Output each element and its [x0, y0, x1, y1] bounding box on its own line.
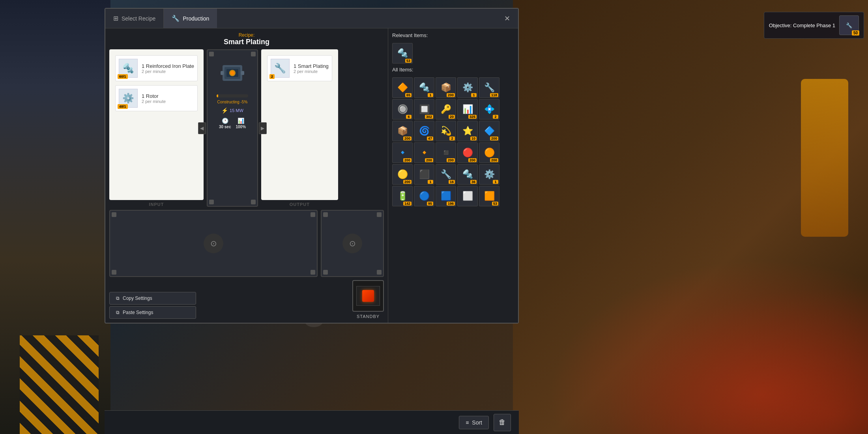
output-smart-plating[interactable]: 🔧 2 1 Smart Plating 2 per minute	[267, 55, 332, 81]
power-icon: ⚡	[221, 107, 228, 114]
paste-settings-button[interactable]: ⧉ Paste Settings	[109, 306, 196, 319]
inv-slot-8[interactable]: 🔑20	[436, 99, 456, 120]
standby-button[interactable]	[352, 280, 384, 312]
input-label: INPUT	[109, 202, 204, 207]
corner-tr	[251, 52, 256, 56]
paste-settings-label: Paste Settings	[123, 310, 153, 315]
relevant-slot-1[interactable]: 🔩 53	[392, 43, 413, 64]
ingredient-rate-2: 2 per minute	[142, 99, 166, 104]
arrow-left-button[interactable]: ◀	[198, 122, 206, 134]
output-label: OUTPUT	[261, 202, 338, 207]
inv-slot-9[interactable]: 📊325	[457, 99, 478, 120]
corner-bl	[209, 200, 214, 204]
inv-slot-29[interactable]: ⬜	[457, 186, 478, 206]
connector-corner2-bl	[323, 270, 328, 275]
inv-slot-7[interactable]: 🔲302	[414, 99, 434, 120]
inv-slot-23[interactable]: 🔧16	[436, 164, 456, 185]
ingredient-rate-1: 2 per minute	[142, 69, 194, 74]
inv-slot-6[interactable]: 🔘6	[392, 99, 413, 120]
machine-svg-icon	[219, 59, 246, 87]
connector-panel-right: ⊙	[321, 210, 384, 277]
tab-production[interactable]: 🔧 Production	[164, 9, 217, 28]
ingredient-reinforced-iron-plate[interactable]: 🔩 60/1 1 Reinforced Iron Plate 2 per min…	[115, 55, 198, 81]
all-items-grid: 🔶65 🔩1 📦200 ⚙️1 🔧118 🔘6 🔲302 🔑20 📊325 💠2…	[392, 77, 514, 206]
connector-icon-right: ⊙	[342, 234, 362, 253]
inv-slot-2[interactable]: 🔩1	[414, 77, 434, 98]
inv-slot-1[interactable]: 🔶65	[392, 77, 413, 98]
inv-slot-14[interactable]: ⭐10	[457, 121, 478, 141]
clock-icon: 🕐	[222, 118, 228, 124]
recipe-label: Recipe:	[109, 32, 384, 38]
inv-slot-26[interactable]: 🔋142	[392, 186, 413, 206]
inv-slot-17[interactable]: 🔸200	[414, 142, 434, 163]
connector-corner-br	[311, 270, 315, 275]
all-items-title: All Items:	[392, 67, 514, 73]
inv-slot-19[interactable]: 🔴200	[457, 142, 478, 163]
input-section: 🔩 60/1 1 Reinforced Iron Plate 2 per min…	[109, 49, 204, 207]
ingredient-name-1: 1 Reinforced Iron Plate	[142, 63, 194, 69]
bar-chart-icon: 📊	[238, 118, 244, 124]
inv-slot-25[interactable]: ⚙️1	[479, 164, 499, 185]
machine-progress-bar	[217, 94, 248, 97]
svg-rect-5	[221, 71, 224, 75]
output-panel: 🔧 2 1 Smart Plating 2 per minute	[261, 49, 338, 200]
bottom-connectors: ⊙ ⊙	[109, 210, 384, 277]
inv-slot-18[interactable]: ◾200	[436, 142, 456, 163]
connector-icon-left: ⊙	[204, 234, 223, 253]
output-icon: 🔧 2	[271, 59, 290, 78]
delete-button[interactable]: 🗑	[494, 414, 511, 431]
main-dialog: ⊞ Select Recipe 🔧 Production ✕ Recipe: S…	[105, 8, 519, 324]
connector-corner-tr	[311, 212, 315, 217]
standby-light	[362, 290, 374, 302]
bottom-actions: ≡ Sort 🗑	[459, 414, 511, 431]
arrow-right-button[interactable]: ▶	[259, 122, 267, 134]
ingredient-badge-1: 60/1	[118, 74, 128, 79]
connector-corner-bl	[112, 270, 116, 275]
bottom-bar: ≡ Sort 🗑	[105, 410, 519, 434]
inv-slot-5[interactable]: 🔧118	[479, 77, 499, 98]
ingredient-rotor[interactable]: ⚙️ 48/1 1 Rotor 2 per minute	[115, 85, 198, 111]
hazard-stripes	[20, 335, 99, 434]
dialog-titlebar: ⊞ Select Recipe 🔧 Production ✕	[105, 9, 518, 28]
inv-slot-15[interactable]: 🔷200	[479, 121, 499, 141]
inv-slot-22[interactable]: ⬛1	[414, 164, 434, 185]
ingredient-info-1: 1 Reinforced Iron Plate 2 per minute	[142, 63, 194, 74]
standby-area: STANDBY	[352, 280, 384, 319]
inv-slot-21[interactable]: 🟡200	[392, 164, 413, 185]
inv-slot-13[interactable]: 💫2	[436, 121, 456, 141]
relevant-items-grid: 🔩 53	[392, 43, 514, 64]
machinery-decoration	[801, 79, 848, 237]
ingredient-name-2: 1 Rotor	[142, 93, 166, 99]
inv-slot-11[interactable]: 📦200	[392, 121, 413, 141]
machine-power: ⚡ 15 MW	[221, 107, 243, 114]
inv-slot-24[interactable]: 🔩36	[457, 164, 478, 185]
inv-slot-12[interactable]: 🌀47	[414, 121, 434, 141]
inv-slot-3[interactable]: 📦200	[436, 77, 456, 98]
close-button[interactable]: ✕	[499, 11, 515, 26]
machine-section: ◀	[207, 49, 258, 207]
relevant-slot-count-1: 53	[405, 59, 412, 63]
inv-slot-16[interactable]: 🔹200	[392, 142, 413, 163]
relevant-slot-icon-1: 🔩	[397, 48, 408, 58]
inv-slot-20[interactable]: 🟠200	[479, 142, 499, 163]
inv-slot-27[interactable]: 🔵95	[414, 186, 434, 206]
tab-select-recipe[interactable]: ⊞ Select Recipe	[105, 9, 164, 28]
svg-point-4	[230, 71, 234, 75]
inv-slot-30[interactable]: 🟧53	[479, 186, 499, 206]
sort-button[interactable]: ≡ Sort	[459, 416, 489, 429]
inv-slot-28[interactable]: 🟦196	[436, 186, 456, 206]
connector-corner2-tl	[323, 212, 328, 217]
machine-stat-efficiency: 📊 100%	[236, 118, 246, 129]
connector-panel-left: ⊙	[109, 210, 318, 277]
relevant-items-title: Relevant Items:	[392, 32, 514, 38]
copy-settings-button[interactable]: ⧉ Copy Settings	[109, 292, 196, 305]
action-area: ⧉ Copy Settings ⧉ Paste Settings STANDBY	[109, 280, 384, 319]
inventory-panel: Relevant Items: 🔩 53 All Items: 🔶65 🔩1 📦…	[388, 28, 518, 323]
inv-slot-10[interactable]: 💠2	[479, 99, 499, 120]
trash-icon: 🗑	[499, 418, 506, 427]
recipe-name: Smart Plating	[109, 38, 384, 46]
objective-icon: 🔧 50	[839, 15, 859, 35]
output-name: 1 Smart Plating	[294, 63, 329, 69]
input-panel: 🔩 60/1 1 Reinforced Iron Plate 2 per min…	[109, 49, 204, 200]
inv-slot-4[interactable]: ⚙️1	[457, 77, 478, 98]
